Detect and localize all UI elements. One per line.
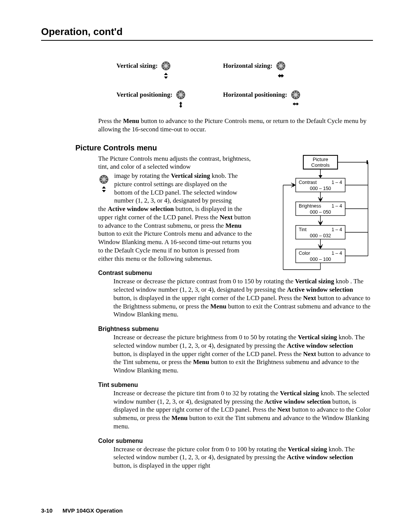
label-vertical-positioning: Vertical positioning: (116, 90, 172, 99)
page-title: Operation, cont'd (41, 26, 373, 38)
pc-p2: the Active window selection button, is d… (98, 205, 254, 263)
submenu-heading: Brightness submenu (98, 326, 373, 332)
svg-text:Contrast: Contrast (299, 180, 317, 185)
svg-text:000 – 050: 000 – 050 (310, 209, 331, 215)
label-horizontal-positioning: Horizontal positioning: (223, 90, 287, 99)
footer-doc: MVP 104GX Operation (62, 507, 123, 514)
label-vertical-sizing: Vertical sizing: (116, 61, 158, 70)
intro-paragraph: Press the Menu button to advance to the … (98, 117, 372, 134)
vertical-pos-icon (178, 101, 184, 109)
section-heading: Picture Controls menu (75, 144, 373, 152)
svg-marker-34 (293, 183, 296, 187)
knob-grid: Vertical sizing: Horizontal sizing: Vert… (116, 61, 330, 109)
svg-text:Picture: Picture (313, 157, 328, 162)
submenu-body: Increase or decrease the picture brightn… (113, 333, 372, 375)
knob-icon (161, 61, 170, 70)
title-rule (41, 40, 373, 41)
knob-icon (276, 61, 285, 70)
knob-icon (176, 90, 185, 99)
svg-text:000 – 100: 000 – 100 (310, 257, 331, 262)
vertical-size-icon (101, 185, 107, 193)
vertical-size-icon (163, 72, 169, 80)
svg-text:Controls: Controls (311, 162, 330, 168)
svg-text:1 – 4: 1 – 4 (331, 180, 342, 185)
svg-text:1 – 4: 1 – 4 (331, 203, 342, 209)
svg-text:1 – 4: 1 – 4 (331, 227, 342, 232)
submenu-heading: Color submenu (98, 438, 373, 444)
horizontal-size-icon (277, 72, 285, 80)
submenu-block: Color submenuIncrease or decrease the pi… (98, 438, 373, 470)
svg-text:Color: Color (299, 251, 310, 256)
svg-marker-27 (319, 175, 322, 178)
submenu-body: Increase or decrease the picture tint fr… (113, 389, 372, 431)
page-footer: 3-10 MVP 104GX Operation (41, 507, 123, 514)
page-number: 3-10 (41, 507, 53, 514)
knob-icon (291, 90, 300, 99)
submenu-block: Brightness submenuIncrease or decrease t… (98, 326, 373, 375)
submenu-heading: Tint submenu (98, 382, 373, 388)
pc-inset-text: image by rotating the Vertical sizing kn… (114, 172, 240, 205)
svg-text:Tint: Tint (299, 227, 307, 232)
horizontal-pos-icon (292, 101, 299, 107)
svg-text:000 – 150: 000 – 150 (310, 186, 331, 191)
svg-text:000 – 032: 000 – 032 (310, 233, 331, 238)
svg-text:Brightness: Brightness (299, 203, 321, 209)
submenu-body: Increase or decrease the picture color f… (113, 445, 372, 470)
flow-diagram: PictureControlsContrast1 – 4000 – 150Bri… (271, 155, 389, 289)
svg-text:1 – 4: 1 – 4 (331, 251, 342, 256)
knob-icon (99, 175, 108, 184)
label-horizontal-sizing: Horizontal sizing: (223, 61, 272, 70)
submenu-block: Tint submenuIncrease or decrease the pic… (98, 382, 373, 431)
pc-p1: The Picture Controls menu adjusts the co… (98, 155, 254, 171)
